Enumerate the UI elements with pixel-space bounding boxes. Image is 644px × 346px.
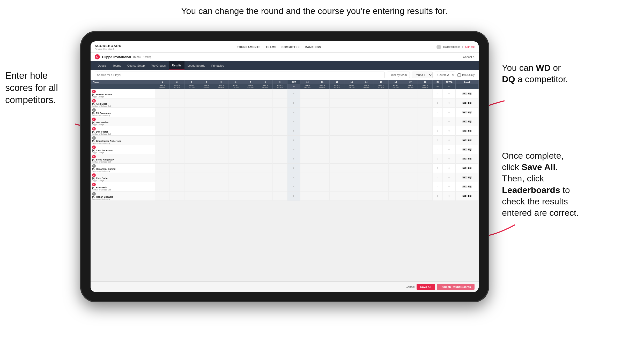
hole-score-6[interactable] (228, 117, 243, 126)
score-input-hole-4[interactable] (199, 102, 213, 104)
cancel-action-button[interactable]: Cancel (406, 285, 414, 288)
hole-score-11[interactable] (315, 191, 330, 201)
hole-score-3[interactable] (184, 164, 199, 173)
hole-score-1[interactable] (155, 191, 170, 201)
save-all-button[interactable]: Save All (417, 284, 435, 290)
score-input-hole-15[interactable] (374, 139, 388, 141)
hole-score-15[interactable] (374, 145, 388, 154)
hole-score-14[interactable] (359, 136, 374, 145)
score-input-hole-11[interactable] (315, 111, 329, 113)
score-input-hole-1[interactable] (155, 148, 169, 151)
score-input-hole-2[interactable] (170, 195, 184, 197)
hole-score-7[interactable] (243, 108, 258, 117)
score-input-hole-3[interactable] (185, 158, 199, 160)
score-input-hole-9[interactable] (273, 167, 287, 169)
hole-score-16[interactable] (388, 108, 403, 117)
hole-score-17[interactable] (403, 164, 418, 173)
hole-score-1[interactable] (155, 126, 170, 136)
hole-score-16[interactable] (388, 89, 403, 98)
hole-score-18[interactable] (418, 182, 433, 191)
score-input-hole-3[interactable] (185, 120, 199, 123)
score-input-hole-9[interactable] (273, 111, 287, 113)
score-input-hole-4[interactable] (199, 148, 213, 151)
hole-score-10[interactable] (300, 173, 315, 182)
wd-button[interactable]: WD (462, 167, 467, 169)
score-input-hole-10[interactable] (301, 139, 315, 141)
hole-score-14[interactable] (359, 154, 374, 164)
hole-score-18[interactable] (418, 145, 433, 154)
tab-course-setup[interactable]: Course Setup (124, 61, 148, 70)
score-input-hole-16[interactable] (389, 139, 403, 141)
hole-score-12[interactable] (330, 108, 344, 117)
score-input-hole-11[interactable] (315, 102, 329, 104)
hole-score-10[interactable] (300, 182, 315, 191)
wd-button[interactable]: WD (462, 93, 467, 95)
score-input-hole-7[interactable] (243, 167, 257, 169)
score-input-hole-3[interactable] (185, 195, 199, 197)
score-input-hole-4[interactable] (199, 176, 213, 179)
score-input-hole-10[interactable] (301, 111, 315, 113)
hole-score-4[interactable] (199, 145, 214, 154)
hole-score-15[interactable] (374, 182, 388, 191)
hole-score-17[interactable] (403, 117, 418, 126)
hole-score-12[interactable] (330, 136, 344, 145)
hole-score-13[interactable] (344, 126, 359, 136)
hole-score-3[interactable] (184, 98, 199, 108)
score-input-hole-14[interactable] (359, 148, 373, 151)
score-input-hole-18[interactable] (418, 167, 432, 169)
hole-score-2[interactable] (170, 154, 184, 164)
hole-score-1[interactable] (155, 89, 170, 98)
score-input-hole-5[interactable] (214, 176, 228, 179)
score-input-hole-7[interactable] (243, 148, 257, 151)
score-input-hole-14[interactable] (359, 130, 373, 132)
score-input-hole-12[interactable] (330, 130, 344, 132)
score-input-hole-5[interactable] (214, 167, 228, 169)
hole-score-14[interactable] (359, 98, 374, 108)
hole-score-6[interactable] (228, 89, 243, 98)
hole-score-11[interactable] (315, 182, 330, 191)
score-input-hole-15[interactable] (374, 176, 388, 179)
publish-button[interactable]: Publish Round Scores (437, 284, 475, 290)
score-input-hole-6[interactable] (229, 167, 243, 169)
score-input-hole-10[interactable] (301, 167, 315, 169)
hole-score-18[interactable] (418, 108, 433, 117)
score-input-hole-6[interactable] (229, 176, 243, 179)
hole-score-1[interactable] (155, 164, 170, 173)
round-select[interactable]: Round 1 (412, 72, 433, 78)
hole-score-4[interactable] (199, 89, 214, 98)
hole-score-1[interactable] (155, 117, 170, 126)
score-input-hole-13[interactable] (345, 139, 359, 141)
tab-leaderboards[interactable]: Leaderboards (184, 61, 208, 70)
score-input-hole-7[interactable] (243, 93, 257, 95)
hole-score-7[interactable] (243, 173, 258, 182)
hole-score-7[interactable] (243, 98, 258, 108)
score-input-hole-17[interactable] (403, 195, 417, 197)
score-input-hole-10[interactable] (301, 158, 315, 160)
hole-score-14[interactable] (359, 182, 374, 191)
score-input-hole-12[interactable] (330, 176, 344, 179)
score-input-hole-2[interactable] (170, 139, 184, 141)
score-input-hole-17[interactable] (403, 139, 417, 141)
hole-score-16[interactable] (388, 136, 403, 145)
score-input-hole-8[interactable] (258, 158, 272, 160)
hole-score-16[interactable] (388, 145, 403, 154)
score-input-hole-18[interactable] (418, 102, 432, 104)
hole-score-15[interactable] (374, 164, 388, 173)
tab-results[interactable]: Results (169, 61, 184, 70)
hole-score-17[interactable] (403, 173, 418, 182)
hole-score-6[interactable] (228, 136, 243, 145)
hole-score-16[interactable] (388, 173, 403, 182)
score-input-hole-7[interactable] (243, 139, 257, 141)
hole-score-4[interactable] (199, 191, 214, 201)
score-input-hole-15[interactable] (374, 158, 388, 160)
score-input-hole-16[interactable] (389, 195, 403, 197)
score-input-hole-1[interactable] (155, 111, 169, 113)
score-input-hole-6[interactable] (229, 186, 243, 188)
score-input-hole-16[interactable] (389, 148, 403, 151)
hole-score-10[interactable] (300, 108, 315, 117)
score-input-hole-9[interactable] (273, 186, 287, 188)
score-input-hole-5[interactable] (214, 111, 228, 113)
score-input-hole-12[interactable] (330, 158, 344, 160)
score-input-hole-16[interactable] (389, 158, 403, 160)
score-input-hole-1[interactable] (155, 93, 169, 95)
